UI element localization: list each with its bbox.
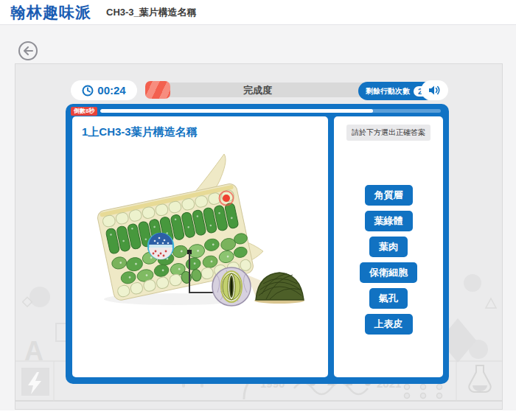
app-title: 翰林趣味派 <box>10 2 91 23</box>
countdown-row: 倒數8秒 <box>71 107 441 115</box>
timer-value: 00:24 <box>97 84 125 97</box>
question-card: 1上CH3-3葉片構造名稱 <box>72 116 328 377</box>
answer-options: 角質層 葉綠體 葉肉 保衛細胞 氣孔 上表皮 <box>360 185 417 335</box>
app-header: 翰林趣味派 CH3-3_葉片構造名稱 <box>0 0 516 25</box>
vascular-bundle <box>148 233 173 259</box>
speaker-icon <box>428 85 441 96</box>
completion-progress-label: 完成度 <box>145 84 370 97</box>
remaining-actions-label: 剩餘行動次數 <box>366 86 410 97</box>
question-title: 1上CH3-3葉片構造名稱 <box>72 116 328 139</box>
answer-option-upper-epidermis[interactable]: 上表皮 <box>365 314 413 335</box>
completion-progress: 完成度 <box>145 83 370 97</box>
back-arrow-icon <box>23 46 33 55</box>
page-title: CH3-3_葉片構造名稱 <box>106 6 197 19</box>
answer-option-chloroplast[interactable]: 葉綠體 <box>365 211 413 231</box>
quiz-panel: 倒數8秒 1上CH3-3葉片構造名稱 <box>66 104 449 384</box>
answer-option-cuticle[interactable]: 角質層 <box>365 185 413 206</box>
clock-icon <box>82 85 94 97</box>
answer-instruction: 請於下方選出正確答案 <box>346 125 430 141</box>
answer-card: 請於下方選出正確答案 角質層 葉綠體 葉肉 保衛細胞 氣孔 上表皮 <box>334 116 443 377</box>
page: 翰林趣味派 CH3-3_葉片構造名稱 A <box>0 0 516 420</box>
stoma-closeup <box>212 267 251 306</box>
countdown-bar <box>100 109 441 113</box>
flask-icon <box>469 365 490 392</box>
countdown-bar-fill <box>100 109 372 113</box>
leaf-cross-section-illustration[interactable] <box>82 148 325 332</box>
back-button[interactable] <box>18 41 38 60</box>
footer-strip <box>0 410 516 420</box>
sound-button[interactable] <box>421 80 448 100</box>
game-stage: A 1990 <box>15 63 503 410</box>
countdown-badge: 倒數8秒 <box>71 107 97 116</box>
answer-option-stoma[interactable]: 氣孔 <box>369 288 408 309</box>
svg-text:A: A <box>24 336 43 366</box>
answer-option-mesophyll[interactable]: 葉肉 <box>369 237 408 257</box>
timer: 00:24 <box>71 80 137 100</box>
answer-option-guard-cell[interactable]: 保衛細胞 <box>360 262 417 283</box>
leaf-surface-view <box>254 273 304 304</box>
